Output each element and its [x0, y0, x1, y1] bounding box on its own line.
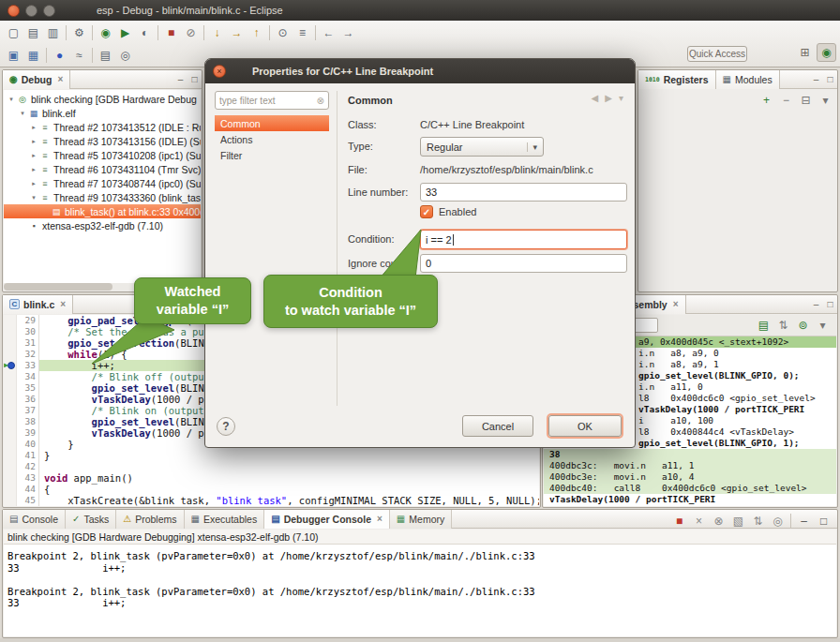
tab-debug[interactable]: ◉ Debug × [3, 70, 70, 89]
cancel-button[interactable]: Cancel [462, 415, 533, 437]
sync-selection-icon[interactable]: ⇅ [773, 316, 793, 335]
debug-tree-item[interactable]: ▤blink_task() at blink.c:33 0x400db [4, 204, 201, 218]
close-icon[interactable]: × [60, 299, 66, 309]
console-output[interactable]: Breakpoint 2, blink_task (pvParameter=0x… [4, 545, 836, 636]
tab-console[interactable]: ▤Console [3, 510, 66, 529]
maximize-icon[interactable]: □ [823, 297, 837, 312]
expander-icon[interactable]: ▸ [29, 152, 38, 159]
scrollbar-thumb[interactable] [4, 283, 112, 291]
c-element-icon[interactable]: ▦ [23, 46, 43, 65]
condition-input[interactable]: i == 2 [420, 230, 627, 249]
step-over-icon[interactable]: → [227, 23, 247, 42]
view-menu-icon[interactable]: ▾ [816, 91, 835, 110]
debug-tree-item[interactable]: ▾≡Thread #9 1073433360 (blink_task [4, 190, 201, 204]
breakpoint-icon[interactable]: ● [50, 46, 69, 65]
annotations-icon[interactable]: ≡ [292, 23, 312, 42]
disassembly-line[interactable]: 400dbc3e: movi.n a10, 4 [544, 471, 836, 483]
debug-tree-item[interactable]: ▸≡Thread #5 1073410208 (ipc1) (Susp [4, 148, 201, 162]
debug-icon[interactable]: ◉ [96, 23, 115, 42]
ok-button[interactable]: OK [548, 415, 622, 437]
window-minimize-button[interactable] [25, 5, 38, 17]
ignore-count-input[interactable]: 0 [420, 254, 627, 273]
forward-icon[interactable]: ▶ [605, 93, 612, 103]
remove-launch-icon[interactable]: × [689, 512, 709, 530]
editor-line[interactable]: 43void app_main() [4, 472, 539, 484]
expander-icon[interactable]: ▾ [7, 96, 16, 103]
save-icon[interactable]: ▤ [23, 23, 43, 42]
enabled-checkbox[interactable]: ✓ [420, 205, 433, 218]
minimize-icon[interactable]: – [809, 72, 823, 87]
tab-debugger-console[interactable]: ▤Debugger Console× [264, 510, 390, 529]
chevron-down-icon[interactable]: ▾ [619, 93, 623, 103]
dialog-nav-common[interactable]: Common [215, 115, 329, 131]
expander-icon[interactable]: ▾ [18, 110, 27, 117]
window-close-button[interactable] [8, 5, 20, 17]
dialog-close-button[interactable]: × [213, 65, 226, 78]
terminate-icon[interactable]: ■ [161, 23, 181, 42]
pin-console-icon[interactable]: ◎ [768, 512, 788, 530]
editor-line[interactable]: 44{ [4, 484, 539, 495]
build-icon[interactable]: ⚙ [69, 23, 89, 42]
back-icon[interactable]: ← [319, 23, 338, 42]
open-perspective-icon[interactable]: ⊞ [795, 43, 815, 62]
scroll-lock-icon[interactable]: ⇅ [748, 512, 768, 530]
filter-input[interactable]: type filter text ⊗ [215, 91, 329, 110]
maximize-icon[interactable]: □ [823, 72, 837, 87]
new-icon[interactable]: ▢ [4, 23, 23, 42]
close-icon[interactable]: × [673, 299, 679, 309]
remove-all-launches-icon[interactable]: ⊗ [709, 512, 728, 530]
window-maximize-button[interactable] [43, 5, 55, 17]
editor-line[interactable]: 45 xTaskCreate(&blink_task, "blink_task"… [4, 495, 539, 506]
tab-blink-c[interactable]: C blink.c × [3, 295, 73, 314]
dialog-nav-filter[interactable]: Filter [215, 147, 329, 163]
save-all-icon[interactable]: ▥ [43, 23, 63, 42]
tab-registers[interactable]: 1010Registers [638, 70, 716, 89]
disassembly-line[interactable]: 38 [544, 449, 836, 460]
clear-filter-icon[interactable]: ⊗ [317, 96, 324, 106]
expander-icon[interactable]: ▾ [29, 194, 38, 202]
tab-problems[interactable]: ⚠Problems [116, 510, 184, 529]
expander-icon[interactable]: ▸ [29, 138, 38, 145]
expander-icon[interactable]: ▸ [29, 166, 38, 173]
step-return-icon[interactable]: ↑ [247, 23, 266, 42]
maximize-icon[interactable]: □ [814, 512, 833, 530]
expander-icon[interactable]: ▸ [29, 180, 38, 187]
disassembly-line[interactable]: vTaskDelay(1000 / portTICK_PERI [544, 494, 836, 505]
debug-tree-item[interactable]: ▸≡Thread #7 1073408744 (ipc0) (Susp [4, 176, 201, 190]
run-icon[interactable]: ▶ [115, 23, 135, 42]
type-select[interactable]: Regular ▾ [420, 137, 544, 157]
external-tools-icon[interactable]: ◐ [135, 23, 155, 42]
remove-register-group-icon[interactable]: − [776, 91, 796, 110]
disconnect-icon[interactable]: ⊘ [181, 23, 201, 42]
line-number-input[interactable]: 33 [420, 183, 627, 202]
debug-tree-item[interactable]: ▪xtensa-esp32-elf-gdb (7.10) [4, 218, 201, 232]
pin-icon[interactable]: ◎ [115, 46, 135, 65]
expander-icon[interactable]: ▸ [29, 124, 38, 131]
tab-modules[interactable]: ▦Modules [716, 70, 780, 89]
open-console-icon[interactable]: ▤ [96, 46, 115, 65]
back-icon[interactable]: ◀ [592, 93, 599, 103]
new-c-project-icon[interactable]: ▣ [4, 46, 23, 65]
clear-console-icon[interactable]: ▧ [728, 512, 748, 530]
quick-access-button[interactable]: Quick Access [687, 46, 747, 62]
debug-tree-item[interactable]: ▸≡Thread #3 1073413156 (IDLE) (Susp [4, 134, 201, 148]
debug-tree-item[interactable]: ▸≡Thread #6 1073431104 (Tmr Svc) (S [4, 162, 201, 176]
dialog-nav-actions[interactable]: Actions [215, 131, 329, 147]
editor-line[interactable]: 41} [4, 450, 539, 461]
minimize-icon[interactable]: – [794, 512, 814, 530]
close-icon[interactable]: × [377, 514, 382, 524]
tab-tasks[interactable]: ✓Tasks [66, 510, 116, 529]
add-register-group-icon[interactable]: + [757, 91, 776, 110]
close-icon[interactable]: × [57, 74, 63, 84]
debug-tree-item[interactable]: ▾◎blink checking [GDB Hardware Debug [4, 92, 201, 106]
disassembly-line[interactable]: 400dbc3c: movi.n a11, 1 [544, 460, 836, 471]
disassembly-line[interactable]: 400dbc40: call8 0x400dc6c0 <gpio_set_lev… [544, 483, 836, 494]
step-into-icon[interactable]: ↓ [207, 23, 227, 42]
refresh-icon[interactable]: ⊚ [793, 316, 813, 335]
debug-tree-item[interactable]: ▸≡Thread #2 1073413512 (IDLE : Runn [4, 120, 201, 134]
show-source-icon[interactable]: ▤ [754, 316, 773, 335]
minimize-icon[interactable]: – [173, 72, 188, 87]
editor-line[interactable]: 42 [4, 461, 539, 472]
collapse-all-icon[interactable]: ⊟ [796, 91, 816, 110]
debug-perspective-icon[interactable]: ◉ [817, 43, 836, 62]
